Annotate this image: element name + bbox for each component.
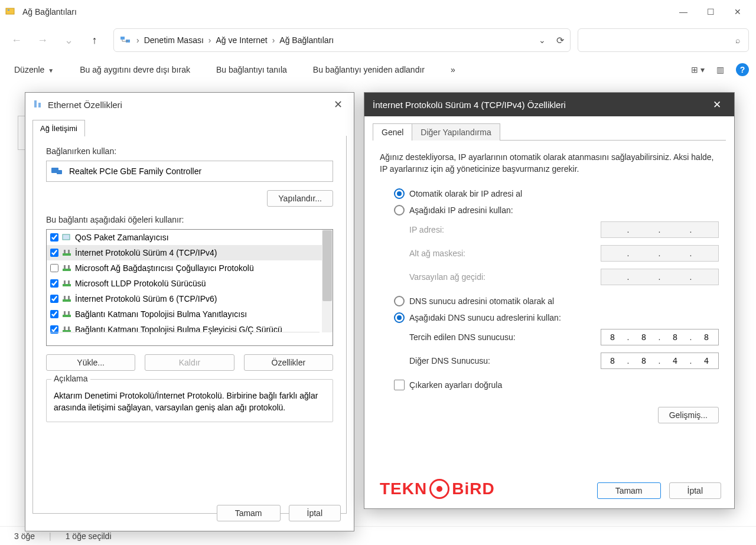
radio-icon xyxy=(394,296,405,306)
adapter-display[interactable]: Realtek PCIe GbE Family Controller xyxy=(46,161,333,182)
window-controls: — ☐ ✕ xyxy=(670,2,751,21)
search-box[interactable]: ⌕ xyxy=(578,28,749,52)
refresh-button[interactable]: ⟳ xyxy=(556,35,564,46)
properties-button[interactable]: Özellikler xyxy=(244,354,333,371)
svg-rect-18 xyxy=(63,299,71,302)
dns-alternate-label: Diğer DNS Sunucusu: xyxy=(409,356,601,365)
close-button[interactable]: ✕ xyxy=(724,2,751,21)
up-button[interactable]: ↑ xyxy=(83,28,106,52)
dns-auto-radio[interactable]: DNS sunucu adresini otomatik olarak al xyxy=(394,296,719,306)
protocol-checkbox[interactable] xyxy=(50,279,58,288)
breadcrumb-sep: › xyxy=(136,35,139,45)
ip-manual-radio[interactable]: Aşağıdaki IP adresini kullan: xyxy=(394,205,719,216)
protocol-label: Microsoft LLDP Protokolü Sürücüsü xyxy=(75,279,206,288)
svg-rect-26 xyxy=(68,327,70,330)
svg-rect-23 xyxy=(68,311,70,315)
ip-address-label: IP adresi: xyxy=(409,225,601,234)
address-dropdown[interactable]: ⌄ xyxy=(539,35,546,45)
svg-rect-15 xyxy=(63,284,71,286)
adapter-name: Realtek PCIe GbE Family Controller xyxy=(69,167,201,176)
svg-rect-4 xyxy=(34,100,37,107)
minimize-button[interactable]: — xyxy=(670,2,697,21)
breadcrumb-item[interactable]: Denetim Masası xyxy=(141,34,207,46)
close-icon[interactable]: ✕ xyxy=(329,98,347,111)
protocol-item[interactable]: Microsoft LLDP Protokolü Sürücüsü xyxy=(47,276,333,291)
checkbox-icon xyxy=(394,380,405,390)
scrollbar-thumb[interactable] xyxy=(322,230,332,301)
ok-button[interactable]: Tamam xyxy=(597,482,661,499)
dns-alternate-input[interactable]: 8.8.4.4 xyxy=(601,353,719,369)
address-bar[interactable]: › Denetim Masası › Ağ ve Internet › Ağ B… xyxy=(113,28,571,52)
forward-button[interactable]: → xyxy=(31,28,54,52)
ethernet-properties-dialog: Ethernet Özellikleri ✕ Ağ İletişimi Bağl… xyxy=(25,92,354,531)
svg-rect-5 xyxy=(38,103,41,107)
diagnose-button[interactable]: Bu bağlantıyı tanıla xyxy=(216,65,287,74)
svg-rect-25 xyxy=(64,327,66,330)
dialog-tabs: Ağ İletişimi xyxy=(32,120,347,136)
description-text: Aktarım Denetimi Protokolü/İnternet Prot… xyxy=(54,390,325,413)
help-button[interactable]: ? xyxy=(736,63,749,76)
ok-button[interactable]: Tamam xyxy=(217,505,281,521)
protocol-item[interactable]: Bağlantı Katmanı Topolojisi Bulma Eşleyi… xyxy=(47,322,333,337)
connect-using-label: Bağlanırken kullan: xyxy=(46,146,333,156)
tab-networking[interactable]: Ağ İletişimi xyxy=(32,120,85,136)
breadcrumb-item[interactable]: Ağ Bağlantıları xyxy=(276,34,337,46)
window-titlebar: Ağ Bağlantıları — ☐ ✕ xyxy=(0,0,756,24)
back-button[interactable]: ← xyxy=(5,28,28,52)
breadcrumb-item[interactable]: Ağ ve Internet xyxy=(213,34,271,46)
protocol-icon xyxy=(62,233,71,242)
cancel-button[interactable]: İptal xyxy=(669,482,721,499)
protocol-icon xyxy=(62,279,71,288)
recent-dropdown[interactable]: ⌄ xyxy=(57,28,80,52)
svg-rect-7 xyxy=(57,170,62,174)
tab-alternate[interactable]: Diğer Yapılandırma xyxy=(412,123,500,141)
close-icon[interactable]: ✕ xyxy=(708,99,726,111)
uses-items-label: Bu bağlantı aşağıdaki öğeleri kullanır: xyxy=(46,215,333,224)
protocol-checkbox[interactable] xyxy=(50,233,58,242)
install-button[interactable]: Yükle... xyxy=(46,354,135,371)
dialog-title: İnternet Protokolü Sürüm 4 (TCP/IPv4) Öz… xyxy=(373,100,708,110)
organize-menu[interactable]: Düzenle ▼ xyxy=(14,65,54,74)
disable-device-button[interactable]: Bu ağ aygıtını devre dışı bırak xyxy=(80,65,190,74)
overflow-menu[interactable]: » xyxy=(451,65,455,74)
svg-rect-10 xyxy=(64,250,66,253)
view-layout-menu[interactable]: ⊞ ▾ xyxy=(691,65,705,74)
protocol-checkbox[interactable] xyxy=(50,310,58,318)
configure-button[interactable]: Yapılandır... xyxy=(267,190,333,207)
protocol-checkbox[interactable] xyxy=(50,264,58,272)
protocol-item[interactable]: QoS Paket Zamanlayıcısı xyxy=(47,230,333,245)
ip-auto-radio[interactable]: Otomatik olarak bir IP adresi al xyxy=(394,188,719,199)
description-group: Açıklama Aktarım Denetimi Protokolü/İnte… xyxy=(46,379,333,422)
status-selected-count: 1 öğe seçildi xyxy=(66,531,112,541)
protocol-label: Bağlantı Katmanı Topolojisi Bulma Yanıtl… xyxy=(75,309,247,319)
window-title: Ağ Bağlantıları xyxy=(22,7,670,17)
tab-panel: Bağlanırken kullan: Realtek PCIe GbE Fam… xyxy=(32,136,347,514)
advanced-button[interactable]: Gelişmiş... xyxy=(658,407,719,423)
protocol-checkbox[interactable] xyxy=(50,249,58,257)
protocol-item[interactable]: İnternet Protokolü Sürüm 4 (TCP/IPv4) xyxy=(47,245,333,260)
dns-preferred-label: Tercih edilen DNS sunucusu: xyxy=(409,332,601,342)
protocol-item[interactable]: İnternet Protokolü Sürüm 6 (TCP/IPv6) xyxy=(47,291,333,306)
svg-rect-2 xyxy=(120,37,125,40)
scrollbar[interactable] xyxy=(322,230,333,332)
ipv4-properties-dialog: İnternet Protokolü Sürüm 4 (TCP/IPv4) Öz… xyxy=(364,92,735,509)
protocol-listbox[interactable]: QoS Paket Zamanlayıcısıİnternet Protokol… xyxy=(46,229,333,346)
dialog-titlebar[interactable]: İnternet Protokolü Sürüm 4 (TCP/IPv4) Öz… xyxy=(364,93,734,116)
maximize-button[interactable]: ☐ xyxy=(697,2,724,21)
rename-button[interactable]: Bu bağlantıyı yeniden adlandır xyxy=(313,65,425,74)
cancel-button[interactable]: İptal xyxy=(289,505,341,521)
navigation-bar: ← → ⌄ ↑ › Denetim Masası › Ağ ve Interne… xyxy=(0,24,756,57)
protocol-item[interactable]: Bağlantı Katmanı Topolojisi Bulma Yanıtl… xyxy=(47,306,333,322)
dns-manual-radio[interactable]: Aşağıdaki DNS sunucu adreslerini kullan: xyxy=(394,312,719,323)
protocol-checkbox[interactable] xyxy=(50,295,58,303)
svg-rect-19 xyxy=(64,296,66,299)
details-pane-button[interactable]: ▥ xyxy=(716,65,724,74)
svg-rect-14 xyxy=(68,265,70,269)
radio-icon xyxy=(394,188,405,199)
validate-checkbox[interactable]: Çıkarken ayarları doğrula xyxy=(394,380,719,390)
subnet-input: ... xyxy=(601,245,719,262)
dns-preferred-input[interactable]: 8.8.8.8 xyxy=(601,329,719,345)
protocol-item[interactable]: Microsoft Ağ Bağdaştırıcısı Çoğullayıcı … xyxy=(47,260,333,276)
tab-general[interactable]: Genel xyxy=(373,123,412,141)
radio-icon xyxy=(394,312,405,323)
